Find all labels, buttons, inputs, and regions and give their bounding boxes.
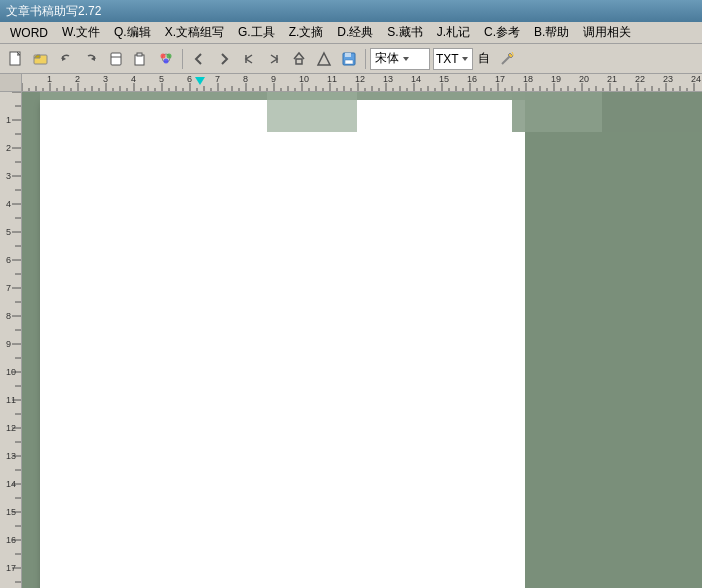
menu-tools[interactable]: G.工具 (232, 22, 281, 43)
svg-marker-21 (462, 57, 468, 61)
svg-rect-19 (345, 60, 353, 64)
menu-file[interactable]: W.文件 (56, 22, 106, 43)
top-block-3 (602, 92, 702, 132)
v-ruler-canvas (0, 92, 22, 588)
circle-button[interactable] (287, 47, 311, 71)
top-block-1 (267, 92, 357, 132)
svg-rect-8 (137, 53, 142, 56)
save-button[interactable] (337, 47, 361, 71)
separator-1 (182, 49, 183, 69)
redo-button[interactable] (79, 47, 103, 71)
svg-marker-4 (91, 56, 95, 61)
triangle-button[interactable] (312, 47, 336, 71)
svg-marker-16 (318, 53, 330, 65)
font-name-label: 宋体 (375, 50, 399, 67)
undo-button[interactable] (54, 47, 78, 71)
svg-line-24 (512, 52, 513, 54)
svg-rect-15 (296, 59, 302, 64)
menu-library[interactable]: S.藏书 (381, 22, 428, 43)
menu-notes[interactable]: J.札记 (431, 22, 476, 43)
menu-reference[interactable]: C.参考 (478, 22, 526, 43)
separator-2 (365, 49, 366, 69)
svg-point-12 (164, 58, 169, 63)
menu-invoke[interactable]: 调用相关 (577, 22, 637, 43)
horizontal-ruler (0, 74, 702, 92)
auto-label: 自 (474, 50, 494, 67)
svg-rect-5 (111, 53, 121, 65)
document-area[interactable] (22, 92, 702, 588)
ruler-cursor (195, 77, 205, 85)
paste-button[interactable] (129, 47, 153, 71)
ruler-h-inner (22, 74, 702, 91)
menu-classic[interactable]: D.经典 (331, 22, 379, 43)
back1-button[interactable] (187, 47, 211, 71)
left-margin-bg (22, 92, 40, 588)
document-page[interactable] (40, 100, 525, 588)
menu-compose[interactable]: X.文稿组写 (159, 22, 230, 43)
vertical-ruler (0, 92, 22, 588)
svg-rect-18 (345, 53, 351, 57)
fwd2-button[interactable] (262, 47, 286, 71)
main-area (0, 92, 702, 588)
font-size-dropdown[interactable]: TXT (433, 48, 473, 70)
svg-line-22 (502, 56, 510, 64)
toolbar: 宋体 TXT 自 (0, 44, 702, 74)
app-title: 文章书稿助写2.72 (6, 3, 101, 20)
font-name-box[interactable]: 宋体 (370, 48, 430, 70)
menu-abstract[interactable]: Z.文摘 (283, 22, 330, 43)
back2-button[interactable] (237, 47, 261, 71)
new-button[interactable] (4, 47, 28, 71)
top-block-2 (512, 92, 602, 132)
menu-help[interactable]: B.帮助 (528, 22, 575, 43)
svg-point-10 (161, 53, 166, 58)
ruler-canvas (22, 74, 702, 91)
open-button[interactable] (29, 47, 53, 71)
color-button[interactable] (154, 47, 178, 71)
fwd1-button[interactable] (212, 47, 236, 71)
menu-bar: WORD W.文件 Q.编辑 X.文稿组写 G.工具 Z.文摘 D.经典 S.藏… (0, 22, 702, 44)
wand-button[interactable] (495, 47, 519, 71)
ruler-corner (0, 74, 22, 91)
svg-point-11 (167, 53, 172, 58)
font-size-label: TXT (436, 52, 459, 66)
title-bar: 文章书稿助写2.72 (0, 0, 702, 22)
svg-marker-20 (403, 57, 409, 61)
cut-button[interactable] (104, 47, 128, 71)
menu-word[interactable]: WORD (4, 24, 54, 42)
menu-edit[interactable]: Q.编辑 (108, 22, 157, 43)
svg-marker-3 (62, 56, 66, 61)
right-bg (525, 92, 702, 588)
